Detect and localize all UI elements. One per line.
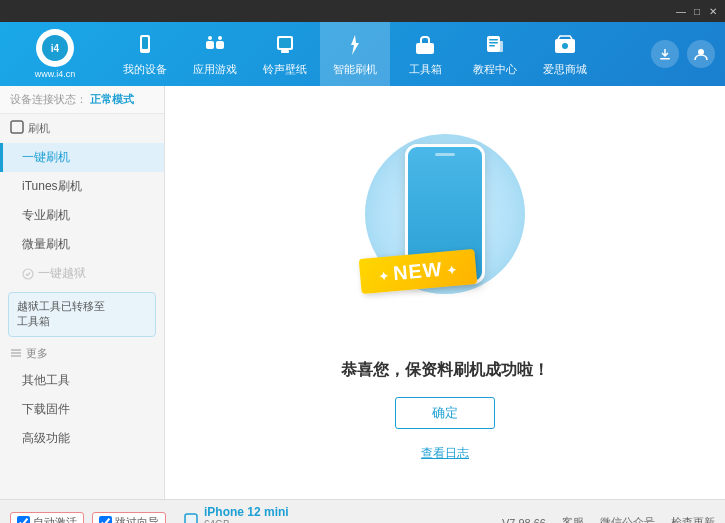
logo-subtitle: www.i4.cn <box>35 69 76 79</box>
svg-point-6 <box>208 36 212 40</box>
skip-wizard-label: 跳过向导 <box>115 515 159 523</box>
svg-point-18 <box>562 43 568 49</box>
wechat-public-link[interactable]: 微信公众号 <box>600 515 655 523</box>
svg-rect-14 <box>489 42 498 44</box>
svg-rect-16 <box>498 41 503 52</box>
sidebar-itunes-flash[interactable]: iTunes刷机 <box>0 172 164 201</box>
check-update-link[interactable]: 检查更新 <box>671 515 715 523</box>
nav-right-buttons <box>651 40 715 68</box>
device-name: iPhone 12 mini <box>204 505 289 519</box>
svg-rect-3 <box>142 37 148 49</box>
flash-section-header: 刷机 <box>0 114 164 143</box>
skip-wizard-checkbox[interactable]: 跳过向导 <box>92 512 166 523</box>
apps-games-icon <box>201 31 229 59</box>
more-section-header: 更多 <box>0 341 164 366</box>
flash-section-icon <box>10 120 24 137</box>
nav-weibo-store[interactable]: 爱思商城 <box>530 22 600 86</box>
disabled-jailbreak-label: 一键越狱 <box>38 265 86 282</box>
auto-flash-checkbox[interactable]: 自动激活 <box>10 512 84 523</box>
sidebar-disk-flash[interactable]: 微量刷机 <box>0 230 164 259</box>
svg-rect-15 <box>489 45 495 47</box>
device-text: iPhone 12 mini 64GB Down-12mini-13,1 <box>204 505 289 524</box>
bottom-bar: 自动激活 跳过向导 iPhone 12 mini 64GB Down-12min… <box>0 499 725 523</box>
flash-section-label: 刷机 <box>28 121 50 136</box>
status-label: 设备连接状态： <box>10 93 87 105</box>
nav-my-device[interactable]: 我的设备 <box>110 22 180 86</box>
svg-rect-5 <box>216 41 224 49</box>
minimize-button[interactable]: — <box>673 3 689 19</box>
logo-area: i4 www.i4.cn <box>10 29 100 79</box>
nav-tutorials[interactable]: 教程中心 <box>460 22 530 86</box>
nav-weibo-store-label: 爱思商城 <box>543 62 587 77</box>
download-button[interactable] <box>651 40 679 68</box>
bottom-left: 自动激活 跳过向导 iPhone 12 mini 64GB Down-12min… <box>10 505 289 524</box>
weibo-store-icon <box>551 31 579 59</box>
sparkle-2: ✦ <box>520 129 530 143</box>
main-layout: 设备连接状态： 正常模式 刷机 一键刷机 iTunes刷机 专业刷机 微量刷机 … <box>0 86 725 499</box>
my-device-icon <box>131 31 159 59</box>
close-button[interactable]: ✕ <box>705 3 721 19</box>
bottom-right: V7.98.66 客服 微信公众号 检查更新 <box>502 515 715 523</box>
svg-rect-21 <box>11 121 23 133</box>
nav-ringtones[interactable]: 铃声壁纸 <box>250 22 320 86</box>
title-bar: — □ ✕ <box>0 0 725 22</box>
svg-rect-9 <box>279 38 291 48</box>
sidebar-advanced[interactable]: 高级功能 <box>0 424 164 453</box>
secondary-link[interactable]: 查看日志 <box>421 445 469 462</box>
sidebar-other-tools[interactable]: 其他工具 <box>0 366 164 395</box>
sidebar-one-click-flash[interactable]: 一键刷机 <box>0 143 164 172</box>
disabled-jailbreak: 一键越狱 <box>0 259 164 288</box>
nav-toolbox[interactable]: 工具箱 <box>390 22 460 86</box>
status-value: 正常模式 <box>90 93 134 105</box>
sparkle-1: ✦ <box>355 129 368 148</box>
device-storage: 64GB <box>204 519 289 524</box>
phone-illustration: ✦ ✦ ✦ NEW <box>345 124 545 344</box>
svg-rect-4 <box>206 41 214 49</box>
svg-rect-11 <box>416 43 434 54</box>
success-text: 恭喜您，保资料刷机成功啦！ <box>341 360 549 381</box>
jailbreak-warning: 越狱工具已转移至 工具箱 <box>8 292 156 337</box>
device-icon <box>184 513 198 524</box>
svg-text:i4: i4 <box>51 43 60 54</box>
sidebar-pro-flash[interactable]: 专业刷机 <box>0 201 164 230</box>
auto-flash-label: 自动激活 <box>33 515 77 523</box>
ringtones-icon <box>271 31 299 59</box>
auto-flash-input[interactable] <box>17 516 30 523</box>
svg-rect-13 <box>489 39 498 41</box>
maximize-button[interactable]: □ <box>689 3 705 19</box>
nav-toolbox-label: 工具箱 <box>409 62 442 77</box>
nav-apps-games[interactable]: 应用游戏 <box>180 22 250 86</box>
success-content: ✦ ✦ ✦ NEW 恭喜您，保资料刷机成功啦！ 确定 查看日志 <box>341 124 549 462</box>
nav-smart-flash[interactable]: 智能刷机 <box>320 22 390 86</box>
version-label: V7.98.66 <box>502 517 546 524</box>
toolbox-icon <box>411 31 439 59</box>
nav-items: 我的设备 应用游戏 铃声壁纸 智能刷机 <box>110 22 651 86</box>
svg-rect-27 <box>188 516 194 524</box>
more-section-label: 更多 <box>26 346 48 361</box>
nav-tutorials-label: 教程中心 <box>473 62 517 77</box>
confirm-button[interactable]: 确定 <box>395 397 495 429</box>
nav-my-device-label: 我的设备 <box>123 62 167 77</box>
nav-ringtones-label: 铃声壁纸 <box>263 62 307 77</box>
svg-point-7 <box>218 36 222 40</box>
window-controls: — □ ✕ <box>673 0 725 22</box>
device-info: iPhone 12 mini 64GB Down-12mini-13,1 <box>184 505 289 524</box>
tutorials-icon <box>481 31 509 59</box>
nav-apps-games-label: 应用游戏 <box>193 62 237 77</box>
logo-circle: i4 <box>36 29 74 67</box>
account-button[interactable] <box>687 40 715 68</box>
status-bar: 设备连接状态： 正常模式 <box>0 86 164 114</box>
top-nav: i4 www.i4.cn 我的设备 应用游戏 <box>0 22 725 86</box>
customer-service-link[interactable]: 客服 <box>562 515 584 523</box>
svg-point-20 <box>698 49 704 55</box>
smart-flash-icon <box>341 31 369 59</box>
skip-wizard-input[interactable] <box>99 516 112 523</box>
svg-rect-10 <box>281 50 289 53</box>
sidebar-download-firmware[interactable]: 下载固件 <box>0 395 164 424</box>
sidebar: 设备连接状态： 正常模式 刷机 一键刷机 iTunes刷机 专业刷机 微量刷机 … <box>0 86 165 499</box>
sparkle-3: ✦ <box>525 265 535 279</box>
content-area: ✦ ✦ ✦ NEW 恭喜您，保资料刷机成功啦！ 确定 查看日志 <box>165 86 725 499</box>
logo-icon: i4 <box>41 34 69 62</box>
nav-smart-flash-label: 智能刷机 <box>333 62 377 77</box>
svg-rect-19 <box>660 58 670 60</box>
